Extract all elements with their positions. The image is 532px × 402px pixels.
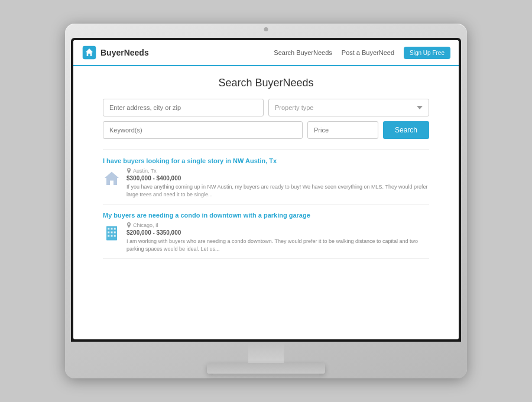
location-pin-icon [126,222,131,228]
svg-rect-7 [114,232,116,234]
listing-desc: I am working with buyers who are needing… [126,238,429,252]
svg-rect-5 [108,232,109,234]
monitor-reflection [213,374,319,378]
listing-info: Austin, Tx $300,000 - $400,000 If you ha… [126,168,429,198]
site-nav: BuyerNeeds Search BuyerNeeds Post a Buye… [73,40,459,66]
svg-rect-2 [108,228,109,230]
divider [103,150,429,150]
nav-post-link[interactable]: Post a BuyerNeed [342,49,394,56]
building-icon [103,223,121,241]
search-form: Property type Any Single Family Condo To… [103,99,429,139]
location-pin-icon [126,168,131,174]
svg-rect-3 [111,228,113,230]
svg-rect-9 [111,235,113,237]
listing-location: Chicago, Il [126,222,429,228]
svg-rect-10 [114,235,116,237]
nav-links: Search BuyerNeeds Post a BuyerNeed Sign … [274,47,450,59]
page-title: Search BuyerNeeds [103,77,429,89]
search-row-2: Search [103,121,429,139]
listing-item: My buyers are needing a condo in downtow… [103,212,429,259]
listing-details: Chicago, Il $200,000 - $350,000 I am wor… [103,222,429,252]
listing-title[interactable]: My buyers are needing a condo in downtow… [103,212,429,219]
listing-details: Austin, Tx $300,000 - $400,000 If you ha… [103,168,429,198]
nav-search-link[interactable]: Search BuyerNeeds [274,49,332,56]
keywords-input[interactable] [103,121,303,139]
listing-desc: If you have anything coming up in NW Aus… [126,183,429,198]
site-main: Search BuyerNeeds Property type Any Sing… [73,66,459,339]
logo-icon [82,45,97,60]
monitor-base [207,363,325,374]
logo-text: BuyerNeeds [100,48,149,57]
camera-dot [264,27,268,31]
house-icon [103,169,121,187]
svg-rect-8 [108,235,109,237]
listing-price: $200,000 - $350,000 [126,229,429,236]
screen-content: BuyerNeeds Search BuyerNeeds Post a Buye… [73,40,459,339]
listing-info: Chicago, Il $200,000 - $350,000 I am wor… [126,222,429,252]
svg-rect-4 [114,228,116,230]
screen-bezel: BuyerNeeds Search BuyerNeeds Post a Buye… [71,38,461,342]
price-input[interactable] [307,121,378,139]
listing-title[interactable]: I have buyers looking for a single story… [103,157,429,164]
site-logo: BuyerNeeds [82,45,149,60]
search-button[interactable]: Search [383,121,429,139]
search-row-1: Property type Any Single Family Condo To… [103,99,429,116]
address-input[interactable] [103,99,264,116]
monitor: BuyerNeeds Search BuyerNeeds Post a Buye… [65,24,467,378]
svg-rect-6 [111,232,113,234]
listing-item: I have buyers looking for a single story… [103,157,429,205]
listing-location: Austin, Tx [126,168,429,174]
monitor-neck [248,342,284,363]
property-type-select[interactable]: Property type Any Single Family Condo To… [268,99,429,116]
signup-button[interactable]: Sign Up Free [404,47,450,59]
listing-price: $300,000 - $400,000 [126,175,429,181]
